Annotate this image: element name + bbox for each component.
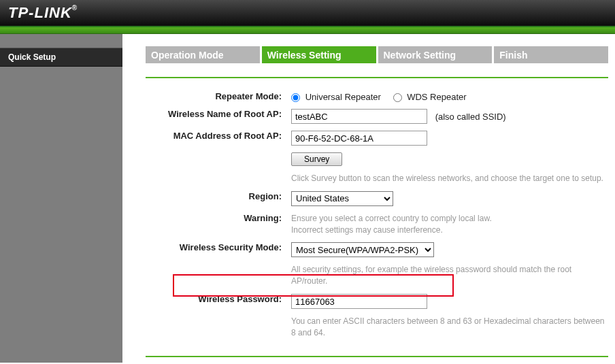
region-label: Region:	[146, 188, 288, 210]
survey-button[interactable]: Survey	[291, 152, 342, 166]
security-hint: All security settings, for example the w…	[288, 261, 608, 291]
repeater-mode-label: Repeater Mode:	[146, 88, 288, 105]
green-accent-bar	[0, 27, 615, 34]
mac-address-label: MAC Address of Root AP:	[146, 127, 288, 149]
sidebar-item-quick-setup[interactable]: Quick Setup	[0, 48, 122, 67]
repeater-wds-radio[interactable]	[393, 93, 402, 102]
sidebar: Quick Setup	[0, 34, 122, 363]
root-ap-name-label: Wireless Name of Root AP:	[146, 105, 288, 127]
repeater-universal-text: Universal Repeater	[305, 92, 381, 102]
main-content: Operation Mode Wireless Setting Network …	[140, 34, 615, 363]
tab-wireless-setting[interactable]: Wireless Setting	[262, 46, 376, 63]
security-mode-label: Wireless Security Mode:	[146, 239, 288, 261]
region-select[interactable]: United States	[291, 191, 393, 206]
repeater-universal-radio[interactable]	[291, 93, 300, 102]
divider-top	[146, 77, 608, 78]
warning-label: Warning:	[146, 210, 288, 239]
wizard-footer: Back Next	[146, 357, 608, 364]
tab-finish[interactable]: Finish	[494, 46, 608, 63]
brand-logo: TP-LINK®	[8, 4, 78, 22]
wireless-password-label: Wireless Password:	[146, 291, 288, 312]
wireless-form: Repeater Mode: Universal Repeater WDS Re…	[146, 88, 608, 342]
root-ap-name-input[interactable]	[291, 109, 427, 124]
tab-network-setting[interactable]: Network Setting	[378, 46, 493, 63]
mac-address-input[interactable]	[291, 131, 427, 146]
wizard-tabs: Operation Mode Wireless Setting Network …	[146, 46, 608, 63]
repeater-universal-option[interactable]: Universal Repeater	[291, 92, 384, 102]
survey-hint: Click Survey button to scan the wireless…	[288, 169, 608, 188]
tab-operation-mode[interactable]: Operation Mode	[146, 46, 260, 63]
repeater-wds-text: WDS Repeater	[407, 92, 466, 102]
header-bar: TP-LINK®	[0, 0, 615, 27]
security-mode-select[interactable]: Most Secure(WPA/WPA2-PSK)	[291, 242, 434, 257]
warning-text: Ensure you select a correct country to c…	[288, 210, 608, 239]
wireless-password-input[interactable]	[291, 294, 427, 309]
sidebar-gap	[122, 34, 140, 363]
password-hint: You can enter ASCII characters between 8…	[288, 312, 608, 342]
repeater-wds-option[interactable]: WDS Repeater	[393, 92, 467, 102]
ssid-note: (also called SSID)	[435, 112, 506, 122]
